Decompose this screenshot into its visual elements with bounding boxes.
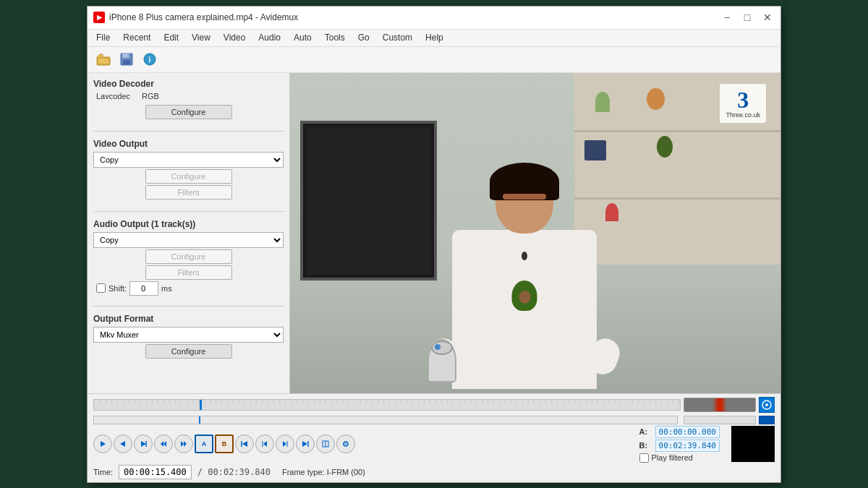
codec-label: Lavcodec (96, 92, 130, 100)
video-output-section: Video Output Copy H.264 H.265 MPEG-4 ASP… (93, 139, 284, 201)
audio-output-title: Audio Output (1 track(s)) (93, 219, 284, 229)
brand-number: 3 (737, 88, 749, 111)
window-title: iPhone 8 Plus camera explained.mp4 - Avi… (109, 12, 720, 22)
go-start-button[interactable] (235, 435, 254, 453)
svg-marker-22 (263, 441, 267, 447)
tv-screen (306, 127, 432, 275)
menu-tools[interactable]: Tools (319, 31, 351, 44)
microphone (522, 252, 527, 260)
next-button[interactable] (134, 435, 153, 453)
shift-input[interactable] (129, 281, 158, 296)
time-label: Time: (93, 468, 113, 476)
total-time-display: / 00:02:39.840 (197, 467, 271, 477)
shelf-item-3 (584, 140, 606, 160)
status-row: Time: 00:00:15.400 / 00:02:39.840 Frame … (93, 465, 775, 479)
maximize-button[interactable]: □ (740, 10, 754, 25)
menu-custom[interactable]: Custom (377, 31, 418, 44)
minimize-button[interactable]: − (720, 10, 734, 25)
save-button[interactable] (116, 49, 137, 69)
a-time: 00:00:00.000 (655, 426, 720, 438)
r2d2-eye (435, 344, 441, 350)
menu-bar: File Recent Edit View Video Audio Auto T… (88, 30, 780, 47)
shelf-1 (574, 130, 780, 132)
menu-go[interactable]: Go (352, 31, 375, 44)
current-time-display: 00:00:15.400 (119, 465, 192, 479)
video-output-title: Video Output (93, 139, 284, 149)
b-time: 00:02:39.840 (655, 440, 720, 452)
a-label: A: (639, 427, 651, 436)
ab-controls-area: A: 00:00:00.000 B: 00:02:39.840 Play fil… (639, 426, 775, 463)
menu-edit[interactable]: Edit (158, 31, 184, 44)
shift-checkbox[interactable] (96, 283, 106, 293)
audio-right-spacer (684, 416, 756, 424)
shelf-item-2 (647, 88, 665, 110)
save-segment-button[interactable] (316, 435, 335, 453)
svg-rect-5 (128, 54, 129, 57)
timeline-row (93, 397, 775, 413)
toolbar: i (88, 47, 780, 73)
svg-marker-16 (163, 441, 166, 447)
output-format-section: Output Format Mkv Muxer MP4 Muxer AVI Mu… (93, 314, 284, 360)
menu-recent[interactable]: Recent (117, 31, 156, 44)
playback-buttons-row: A B (93, 426, 775, 463)
svg-marker-27 (302, 441, 307, 447)
prev-button[interactable] (114, 435, 132, 453)
video-output-dropdown[interactable]: Copy H.264 H.265 MPEG-4 ASP (93, 152, 284, 168)
info-button[interactable]: i (140, 49, 160, 69)
menu-auto[interactable]: Auto (288, 31, 318, 44)
shelf-item-4 (657, 136, 673, 158)
timeline-track[interactable] (93, 399, 681, 411)
shift-label: Shift: (109, 284, 127, 293)
settings-button[interactable] (336, 435, 355, 453)
timeline-right-controls (684, 397, 775, 413)
menu-video[interactable]: Video (218, 31, 251, 44)
go-prev-keyframe-button[interactable] (255, 435, 274, 453)
person-head (495, 168, 553, 234)
divider-1 (93, 131, 284, 132)
colorspace-label: RGB (142, 92, 159, 100)
shift-row: Shift: ms (93, 281, 284, 296)
mark-a-button[interactable]: A (195, 435, 213, 453)
video-output-filters-button[interactable]: Filters (145, 185, 232, 200)
video-decoder-configure-button[interactable]: Configure (145, 105, 232, 119)
video-output-configure-button[interactable]: Configure (145, 169, 232, 184)
menu-file[interactable]: File (90, 31, 116, 44)
svg-marker-24 (283, 441, 286, 447)
open-button[interactable] (93, 49, 114, 69)
output-format-dropdown[interactable]: Mkv Muxer MP4 Muxer AVI Muxer (93, 327, 284, 343)
svg-rect-9 (94, 400, 680, 411)
svg-marker-14 (141, 441, 146, 447)
video-decoder-title: Video Decoder (93, 79, 284, 89)
svg-text:i: i (149, 56, 151, 64)
audio-output-filters-button[interactable]: Filters (145, 265, 232, 280)
output-format-configure-button[interactable]: Configure (145, 344, 232, 359)
svg-point-31 (345, 443, 346, 445)
timeline-cursor (200, 400, 202, 410)
video-frame: 3 Three.co.uk (290, 73, 780, 393)
menu-help[interactable]: Help (420, 31, 449, 44)
frame-type-display: Frame type: I-FRM (00) (282, 468, 365, 476)
go-end-button[interactable] (296, 435, 315, 453)
go-next-keyframe-button[interactable] (276, 435, 294, 453)
b-label: B: (639, 441, 651, 450)
audio-output-dropdown-row: Copy AAC MP3 AC3 (93, 232, 284, 248)
svg-marker-13 (120, 441, 125, 447)
main-window: ▶ iPhone 8 Plus camera explained.mp4 - A… (87, 6, 781, 483)
timeline-ticks (94, 400, 680, 411)
audio-output-dropdown[interactable]: Copy AAC MP3 AC3 (93, 232, 284, 248)
black-preview-box (731, 426, 775, 462)
menu-view[interactable]: View (186, 31, 216, 44)
mark-b-button[interactable]: B (215, 435, 234, 453)
output-format-title: Output Format (93, 314, 284, 324)
svg-marker-19 (184, 441, 187, 447)
fastforward-button[interactable] (174, 435, 193, 453)
title-bar: ▶ iPhone 8 Plus camera explained.mp4 - A… (88, 7, 780, 30)
close-button[interactable]: ✕ (760, 10, 775, 25)
menu-audio[interactable]: Audio (252, 31, 286, 44)
play-filtered-checkbox[interactable] (639, 453, 649, 463)
rewind-button[interactable] (154, 435, 173, 453)
audio-timeline-track[interactable] (93, 416, 678, 424)
play-button[interactable] (93, 435, 112, 453)
audio-output-configure-button[interactable]: Configure (145, 249, 232, 264)
audio-timeline-right (684, 416, 775, 424)
